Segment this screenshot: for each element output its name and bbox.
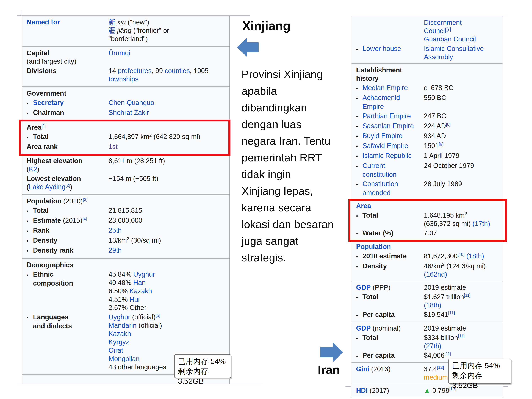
wiki-link[interactable]: Chen Quanguo (108, 99, 154, 106)
wiki-link[interactable]: Gini (356, 365, 369, 373)
wiki-link[interactable]: Parthian Empire (362, 112, 411, 120)
text-line: Islamic Consultative (424, 44, 500, 53)
wiki-link[interactable]: HDI (356, 387, 367, 394)
footnote-ref-link[interactable]: [12] (437, 365, 444, 370)
wiki-link[interactable]: Median Empire (362, 84, 408, 91)
text-line: $19,541[11] (424, 310, 500, 319)
text-line: 2019 estimate (424, 283, 500, 292)
footnote-ref-link[interactable]: [3] (83, 197, 88, 202)
wiki-link[interactable]: Achaemenid (362, 94, 400, 101)
text-segment (115, 19, 117, 26)
wiki-link[interactable]: (17th) (473, 220, 490, 227)
text-segment: 43 other languages (108, 363, 166, 371)
footnote-ref-link[interactable]: [11] (458, 334, 465, 338)
wiki-link[interactable]: Buyid Empire (362, 132, 403, 139)
footnote-ref-link[interactable]: [1] (42, 123, 46, 128)
wiki-link[interactable]: Assembly (424, 53, 453, 61)
footnote-ref-link[interactable]: [11] (448, 311, 455, 315)
text-segment: $4,006 (424, 352, 444, 359)
wiki-link[interactable]: constitution (362, 171, 397, 178)
wiki-link[interactable]: Islamic Consultative (424, 45, 484, 52)
footnote-ref-link[interactable]: [7] (446, 27, 451, 32)
text-line: 1 April 1979 (424, 152, 500, 160)
wiki-link[interactable]: Discernment (424, 19, 462, 26)
wiki-link[interactable]: Current (362, 162, 385, 169)
wiki-link[interactable]: Safavid Empire (362, 142, 408, 150)
wiki-link[interactable]: Named for (27, 19, 60, 26)
wiki-link[interactable]: Uyghur (108, 313, 130, 321)
wiki-link[interactable]: GDP (356, 324, 371, 332)
wiki-link[interactable]: prefectures (118, 67, 152, 75)
wiki-link[interactable]: Mongolian (108, 355, 139, 362)
bullet-icon: • (27, 237, 33, 245)
footnote-ref-link[interactable]: [5] (156, 313, 160, 318)
wiki-link[interactable]: (18th) (424, 301, 441, 309)
footnote-ref-link[interactable]: [11] (464, 293, 471, 298)
bullet-icon: • (27, 207, 33, 215)
wiki-link[interactable]: amended (362, 189, 391, 196)
right-arrow-icon (320, 342, 343, 362)
wiki-link[interactable]: 新 (108, 19, 115, 26)
gdp-ppp-section: GDP (PPP)2019 estimate•Total$1.627 trill… (351, 281, 503, 322)
wiki-link[interactable]: Ürümqi (108, 49, 130, 57)
wiki-link[interactable]: Kazakh (129, 287, 152, 295)
infobox-row: •Lower houseIslamic ConsultativeAssembly (351, 44, 503, 62)
capital-section: Capital(and largest city)ÜrümqiDivisions… (22, 46, 229, 86)
text-segment: 934 AD (424, 132, 446, 139)
footnote-ref-link[interactable]: [4] (82, 216, 87, 221)
text-segment: ( (27, 183, 29, 191)
text-line: 疆 jiāng ("frontier" or (108, 26, 227, 35)
wiki-link[interactable]: Council (424, 27, 446, 35)
text-line: Demographics (22, 261, 108, 269)
wiki-link[interactable]: GDP (356, 284, 371, 291)
text-segment: 0.798 (432, 387, 449, 394)
wiki-link[interactable]: (18th) (466, 252, 484, 260)
footnote-ref-link[interactable]: [9] (439, 142, 443, 146)
wiki-link[interactable]: Hui (129, 296, 139, 303)
footnote-ref-link[interactable]: [10] (457, 252, 464, 257)
wiki-link[interactable]: townships (108, 75, 139, 83)
text-segment: Rank (33, 227, 50, 234)
wiki-link[interactable]: Kyrgyz (108, 338, 129, 346)
wiki-link[interactable]: 1st (108, 143, 118, 150)
text-line: Area[1] (22, 123, 108, 132)
footnote-ref-link[interactable]: [2] (65, 183, 70, 188)
wiki-link[interactable]: Mandarin (108, 322, 137, 329)
footnote-ref-link[interactable]: [8] (446, 122, 451, 127)
wiki-link[interactable]: Lower house (362, 45, 401, 52)
wiki-link[interactable]: counties (165, 67, 190, 75)
footnote-ref-link[interactable]: [11] (444, 351, 451, 356)
wiki-link[interactable]: 25th (108, 227, 122, 234)
infobox-value-cell: 247 BC (424, 112, 503, 120)
infobox-label-cell: Population (2010)[3] (22, 197, 108, 205)
text-segment: ("frontier" or (131, 27, 169, 34)
wiki-link[interactable]: Kazakh (108, 330, 131, 337)
infobox-row: Divisions14 prefectures, 99 counties, 10… (22, 66, 229, 84)
text-segment: 24 October 1979 (424, 162, 474, 169)
wiki-link[interactable]: Oirat (108, 347, 123, 354)
wiki-link[interactable]: Secretary (33, 99, 64, 106)
wiki-link[interactable]: 疆 (108, 27, 115, 34)
wiki-link[interactable]: Sasanian Empire (362, 122, 414, 130)
wiki-link[interactable]: 29th (108, 247, 122, 254)
infobox-value-cell: 2019 estimate (424, 324, 503, 332)
memory-free-line: 剩余内存 3.52GB (452, 370, 508, 390)
wiki-link[interactable]: Shohrat Zakir (108, 109, 149, 116)
wiki-link[interactable]: (162nd) (424, 271, 447, 278)
wiki-link[interactable]: Uyghur (133, 271, 155, 278)
text-line: (and largest city) (22, 57, 108, 66)
text-segment: Density rank (33, 247, 73, 254)
wiki-link[interactable]: (27th) (424, 342, 441, 350)
wiki-link[interactable]: Lake Ayding (29, 183, 65, 191)
wiki-link[interactable]: Empire (362, 103, 384, 110)
wiki-link[interactable]: Islamic Republic (362, 152, 412, 159)
wiki-link[interactable]: K2 (29, 165, 37, 173)
infobox-value-cell: 24 October 1979 (424, 162, 503, 170)
infobox-value-cell: 45.84% Uyghur40.48% Han6.50% Kazakh4.51%… (108, 270, 229, 312)
text-line: 48/km2 (124.3/sq mi) (424, 262, 500, 270)
text-segment: 21,815,815 (108, 207, 142, 214)
wiki-link[interactable]: Han (133, 279, 146, 286)
wiki-link[interactable]: Constitution (362, 180, 398, 188)
wiki-link[interactable]: Guardian Council (424, 35, 476, 43)
infobox-row: •2018 estimate81,672,300[10] (18th) (351, 252, 503, 261)
